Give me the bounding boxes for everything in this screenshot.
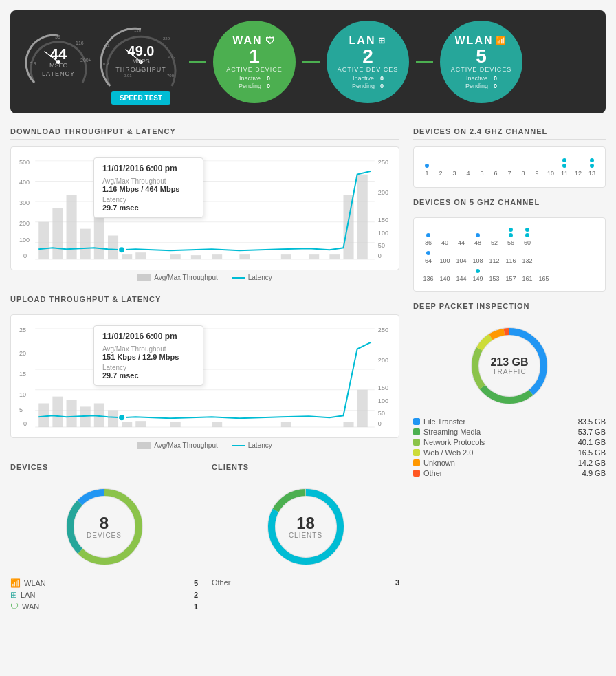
svg-text:200: 200 xyxy=(378,189,388,196)
download-tooltip-latency-val: 29.7 msec xyxy=(102,204,195,212)
left-panel: DOWNLOAD THROUGHPUT & LATENCY 11/01/2016… xyxy=(10,127,399,613)
device-dot-48 xyxy=(476,233,480,237)
device-dot-60a xyxy=(525,228,529,232)
svg-text:250: 250 xyxy=(378,159,388,166)
svg-text:0: 0 xyxy=(378,252,382,259)
throughput-value: 49.0 xyxy=(116,44,166,58)
ch-60: 60 xyxy=(520,227,535,246)
svg-text:413: 413 xyxy=(168,55,176,59)
svg-rect-86 xyxy=(358,390,368,427)
download-tooltip: 11/01/2016 6:00 pm Avg/Max Throughput 1.… xyxy=(94,157,204,218)
device-dot-cyan-2 xyxy=(562,164,566,168)
ch-52: 52 xyxy=(487,238,502,246)
channel-col-3: 3 xyxy=(448,168,461,177)
svg-rect-83 xyxy=(212,422,222,427)
dpi-label-wrap: Web / Web 2.0 xyxy=(413,448,473,457)
svg-text:150: 150 xyxy=(378,384,388,391)
wlan-stat-row: 📶 WLAN 5 xyxy=(10,578,198,588)
svg-text:250: 250 xyxy=(378,327,388,334)
svg-text:100: 100 xyxy=(378,230,388,237)
throughput-gauge: 0.2 22 118 229 413 700+ 0.01 0.94 49.0 M… xyxy=(100,21,182,103)
channel-5-row2: 64 100 104 108 112 xyxy=(421,248,598,266)
channel-5-section: DEVICES ON 5 GHZ CHANNEL 36 40 44 xyxy=(413,198,606,292)
throughput-unit: Mbps xyxy=(116,58,166,65)
ch-64: 64 xyxy=(421,250,436,264)
upload-tooltip-latency-val: 29.7 msec xyxy=(102,371,195,380)
upload-chart-area: 11/01/2016 6:00 pm Avg/Max Throughput 15… xyxy=(10,314,399,438)
dpi-item-name: Unknown xyxy=(424,459,455,467)
channel-col-12: 12 xyxy=(572,168,584,177)
download-tooltip-throughput-label: Avg/Max Throughput xyxy=(102,177,195,185)
svg-rect-41 xyxy=(122,254,132,259)
devices-donut-wrap: 8 DEVICES xyxy=(60,482,149,571)
svg-rect-80 xyxy=(122,422,132,427)
connector-line xyxy=(189,61,206,63)
wan-count: 1 xyxy=(249,47,260,66)
upload-tooltip-throughput-val: 151 Kbps / 12.9 Mbps xyxy=(102,353,195,361)
svg-rect-76 xyxy=(67,400,77,428)
latency-value: 44 xyxy=(42,47,75,62)
ch-112: 112 xyxy=(487,256,502,264)
devices-title: DEVICES xyxy=(10,463,198,475)
svg-rect-51 xyxy=(358,175,368,259)
svg-text:400: 400 xyxy=(19,179,30,186)
wan-icon: 🛡 xyxy=(265,35,276,46)
svg-rect-81 xyxy=(135,421,146,427)
connector-wan xyxy=(189,61,206,63)
svg-text:300: 300 xyxy=(19,199,30,206)
clients-donut-wrap: 18 CLIENTS xyxy=(261,482,351,571)
dpi-legend-item: Streaming Media 53.7 GB xyxy=(413,428,606,436)
upload-tooltip-date: 11/01/2016 6:00 pm xyxy=(102,331,195,341)
svg-rect-79 xyxy=(108,410,118,427)
throughput-label: THROUGHPUT xyxy=(116,66,166,73)
upload-tooltip: 11/01/2016 6:00 pm Avg/Max Throughput 15… xyxy=(94,325,204,386)
download-chart-svg: 500 400 300 200 100 0 250 200 150 100 50… xyxy=(18,154,392,263)
legend-line-icon xyxy=(232,277,245,279)
dpi-label-wrap: Unknown xyxy=(413,459,455,467)
channel-5-row1: 36 40 44 48 52 xyxy=(421,225,598,248)
channel-col-9: 9 xyxy=(531,168,543,177)
dpi-legend-item: Network Protocols 40.1 GB xyxy=(413,438,606,446)
other-stat-val: 3 xyxy=(395,578,399,587)
channel-5-row3: 136 140 144 149 153 xyxy=(421,266,598,284)
wan-stat-icon: 🛡 xyxy=(10,602,19,611)
upload-section: UPLOAD THROUGHPUT & LATENCY 11/01/2016 6… xyxy=(10,295,399,449)
channel-24-dots: 1 2 3 4 5 xyxy=(421,154,598,177)
ch-132: 132 xyxy=(520,256,535,264)
dpi-legend-item: File Transfer 83.5 GB xyxy=(413,417,606,426)
wlan-bubble: WLAN 📶 5 ACTIVE DEVICES Inactive 0 Pendi… xyxy=(440,21,522,103)
wlan-icon: 📶 xyxy=(496,36,507,45)
dpi-item-value: 14.2 GB xyxy=(578,459,606,467)
wlan-sub: ACTIVE DEVICES xyxy=(451,66,512,73)
dpi-panel: DEEP PACKET INSPECTION xyxy=(413,302,606,477)
channel-24-section: DEVICES ON 2.4 GHZ CHANNEL 1 2 3 xyxy=(413,127,606,188)
channel-col-13: 13 xyxy=(586,157,598,177)
dpi-label-wrap: Streaming Media xyxy=(413,428,481,436)
dpi-item-name: Web / Web 2.0 xyxy=(424,448,473,457)
speed-test-button[interactable]: SPEED TEST xyxy=(111,91,170,105)
ch-104: 104 xyxy=(454,256,469,264)
channel-5-grid: 36 40 44 48 52 xyxy=(413,217,606,292)
svg-rect-40 xyxy=(108,236,118,260)
right-panel: DEVICES ON 2.4 GHZ CHANNEL 1 2 3 xyxy=(413,127,606,613)
devices-count: 8 xyxy=(87,515,122,532)
dashboard: 0.9 7 59 116 200+ 44 msec LATENCY 0.2 2 xyxy=(0,0,616,624)
svg-text:0: 0 xyxy=(23,420,27,427)
svg-rect-77 xyxy=(80,406,91,427)
ch-116: 116 xyxy=(503,256,518,264)
svg-rect-35 xyxy=(38,222,49,259)
dpi-legend-item: Other 4.9 GB xyxy=(413,469,606,477)
dpi-color-dot xyxy=(413,470,420,477)
svg-rect-46 xyxy=(239,254,250,259)
device-dot-56a xyxy=(509,228,513,232)
dpi-count: 213 GB xyxy=(490,357,528,368)
main-content: DOWNLOAD THROUGHPUT & LATENCY 11/01/2016… xyxy=(10,127,606,613)
svg-text:22: 22 xyxy=(105,43,110,47)
wlan-stats: Inactive 0 Pending 0 xyxy=(465,75,497,89)
svg-rect-36 xyxy=(52,208,63,259)
svg-text:229: 229 xyxy=(163,36,170,41)
svg-text:15: 15 xyxy=(19,371,26,378)
dpi-color-dot xyxy=(413,449,420,456)
dpi-legend-item: Web / Web 2.0 16.5 GB xyxy=(413,448,606,457)
svg-text:200: 200 xyxy=(378,357,388,364)
